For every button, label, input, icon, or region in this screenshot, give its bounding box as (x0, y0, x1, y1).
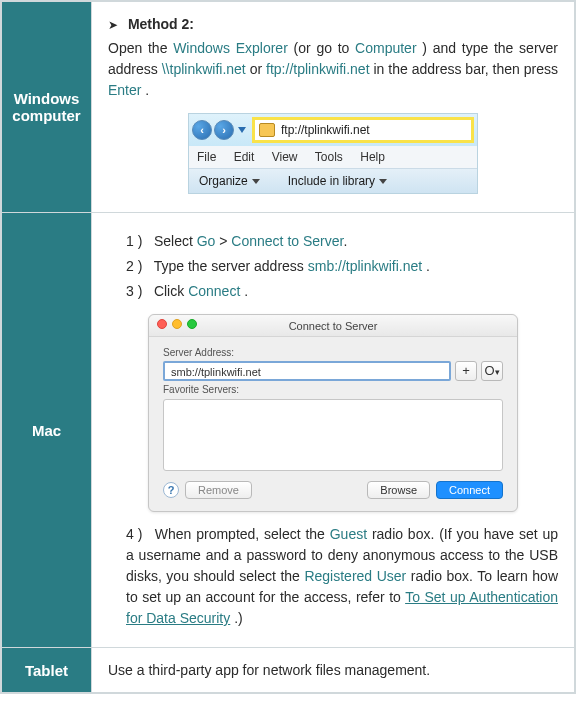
method-title: Method 2: (128, 16, 194, 32)
arrow-icon: ➤ (108, 18, 118, 32)
method-heading: ➤ Method 2: (108, 16, 558, 32)
dialog-title: Connect to Server (289, 320, 378, 332)
history-button[interactable]: O▾ (481, 361, 503, 381)
window-controls (157, 319, 197, 329)
dialog-titlebar: Connect to Server (149, 315, 517, 337)
add-favorite-button[interactable]: + (455, 361, 477, 381)
menu-go: Go (197, 233, 216, 249)
help-icon[interactable]: ? (163, 482, 179, 498)
nav-dropdown-icon[interactable] (238, 127, 246, 135)
menu-tools[interactable]: Tools (315, 150, 343, 164)
label-line1: Windows (6, 90, 87, 107)
link-windows-explorer[interactable]: Windows Explorer (173, 40, 288, 56)
tablet-content: Use a third-party app for network files … (92, 648, 575, 693)
include-library-button[interactable]: Include in library (288, 174, 387, 188)
menu-view[interactable]: View (272, 150, 298, 164)
address-bar[interactable]: ftp://tplinkwifi.net (252, 117, 474, 143)
row-label-windows: Windows computer (2, 2, 92, 213)
menu-edit[interactable]: Edit (234, 150, 255, 164)
guest-option: Guest (330, 526, 367, 542)
menu-file[interactable]: File (197, 150, 216, 164)
unc-address: \\tplinkwifi.net (162, 61, 246, 77)
server-address-label: Server Address: (163, 347, 503, 358)
minimize-icon[interactable] (172, 319, 182, 329)
browse-button[interactable]: Browse (367, 481, 430, 499)
step-2: 2 ) Type the server address smb://tplink… (126, 256, 558, 277)
menu-connect-to-server: Connect to Server (231, 233, 343, 249)
smb-address: smb://tplinkwifi.net (308, 258, 422, 274)
zoom-icon[interactable] (187, 319, 197, 329)
address-text: ftp://tplinkwifi.net (281, 123, 370, 137)
row-label-mac: Mac (2, 213, 92, 648)
registered-user-option: Registered User (304, 568, 406, 584)
mac-steps: 1 ) Select Go > Connect to Server. 2 ) T… (108, 231, 558, 302)
label-line2: computer (6, 107, 87, 124)
favorite-servers-label: Favorite Servers: (163, 384, 503, 395)
doc-table: Windows computer ➤ Method 2: Open the Wi… (0, 0, 576, 694)
tablet-text: Use a third-party app for network files … (108, 662, 430, 678)
folder-icon (259, 123, 275, 137)
chevron-down-icon: ▾ (495, 367, 500, 377)
mac-steps-cont: 4 ) When prompted, select the Guest radi… (108, 524, 558, 629)
windows-content: ➤ Method 2: Open the Windows Explorer (o… (92, 2, 575, 213)
windows-explorer-screenshot: ‹ › ftp://tplinkwifi.net File Edit View … (188, 113, 478, 194)
remove-button[interactable]: Remove (185, 481, 252, 499)
favorite-servers-list[interactable] (163, 399, 503, 471)
chevron-down-icon (252, 179, 260, 184)
explorer-toolbar: Organize Include in library (189, 168, 477, 193)
mac-dialog-screenshot: Connect to Server Server Address: smb://… (148, 314, 518, 512)
nav-back-icon[interactable]: ‹ (192, 120, 212, 140)
menu-bar: File Edit View Tools Help (189, 146, 477, 168)
step-4: 4 ) When prompted, select the Guest radi… (126, 524, 558, 629)
connect-action: Connect (188, 283, 240, 299)
row-label-tablet: Tablet (2, 648, 92, 693)
step-1: 1 ) Select Go > Connect to Server. (126, 231, 558, 252)
nav-forward-icon[interactable]: › (214, 120, 234, 140)
server-address-input[interactable]: smb://tplinkwifi.net (163, 361, 451, 381)
connect-button[interactable]: Connect (436, 481, 503, 499)
close-icon[interactable] (157, 319, 167, 329)
link-computer[interactable]: Computer (355, 40, 416, 56)
key-enter: Enter (108, 82, 141, 98)
organize-button[interactable]: Organize (199, 174, 260, 188)
menu-help[interactable]: Help (360, 150, 385, 164)
step-3: 3 ) Click Connect . (126, 281, 558, 302)
ftp-address: ftp://tplinkwifi.net (266, 61, 370, 77)
windows-paragraph: Open the Windows Explorer (or go to Comp… (108, 38, 558, 101)
chevron-down-icon (379, 179, 387, 184)
mac-content: 1 ) Select Go > Connect to Server. 2 ) T… (92, 213, 575, 648)
